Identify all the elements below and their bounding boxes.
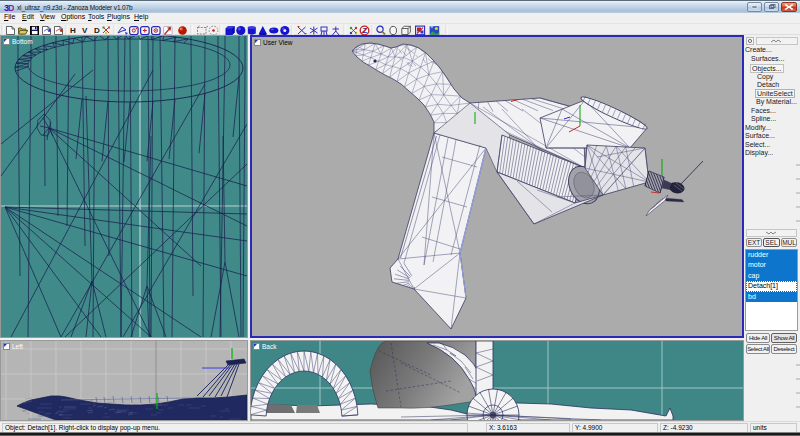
svg-text:D: D xyxy=(94,26,100,35)
svg-text:H: H xyxy=(70,26,76,35)
svg-text:V: V xyxy=(82,26,88,35)
svg-text:D: D xyxy=(8,3,14,12)
